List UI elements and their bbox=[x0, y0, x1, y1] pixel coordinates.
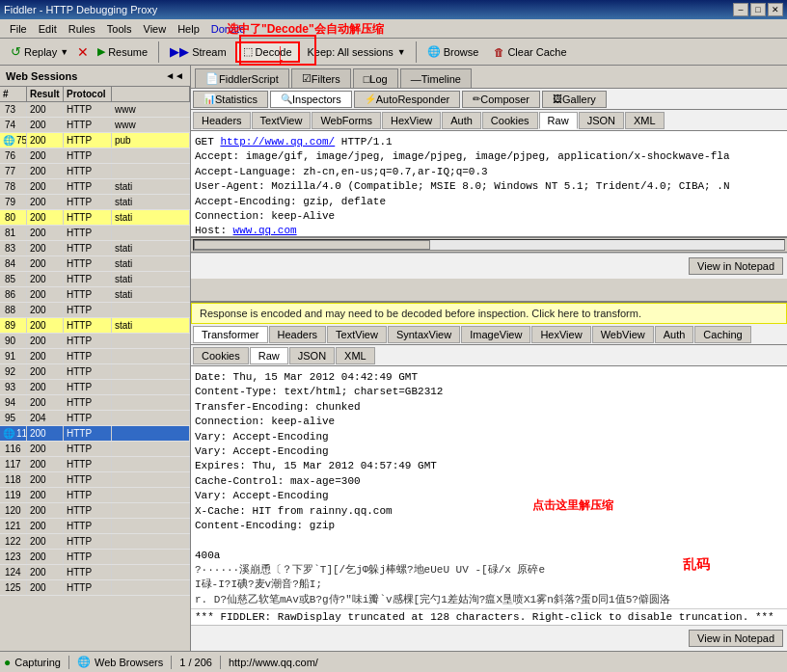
keep-dropdown-icon[interactable]: ▼ bbox=[397, 47, 406, 57]
resp-tab-imageview[interactable]: ImageView bbox=[461, 326, 530, 343]
tab-autoresponder[interactable]: ⚡ AutoResponder bbox=[354, 91, 460, 108]
minimize-button[interactable]: – bbox=[733, 3, 748, 16]
tab-fiddlerscript[interactable]: 📄 FiddlerScript bbox=[195, 68, 289, 88]
table-row[interactable]: 🌐75200HTTPpub bbox=[0, 133, 190, 148]
response-notepad-button[interactable]: View in Notepad bbox=[689, 630, 783, 647]
table-row[interactable]: 84200HTTPstati bbox=[0, 256, 190, 272]
resp-tab-hexview[interactable]: HexView bbox=[531, 326, 590, 343]
req-tab-cookies[interactable]: Cookies bbox=[482, 112, 538, 129]
collapse-button[interactable]: ◄◄ bbox=[165, 70, 184, 81]
table-row[interactable]: 92200HTTP bbox=[0, 364, 190, 380]
warning-bar[interactable]: Response is encoded and may need to be d… bbox=[191, 303, 787, 324]
table-row[interactable]: 119200HTTP bbox=[0, 488, 190, 503]
req-tab-headers[interactable]: Headers bbox=[193, 112, 251, 129]
keep-area: Keep: All sessions ▼ bbox=[302, 46, 412, 58]
req-tab-webforms[interactable]: WebForms bbox=[312, 112, 381, 129]
decode-icon: ⬚ bbox=[243, 45, 253, 58]
resp-tab-transformer[interactable]: Transformer bbox=[193, 326, 268, 343]
req-tab-json[interactable]: JSON bbox=[579, 112, 624, 129]
request-url-link[interactable]: http://www.qq.com/ bbox=[220, 136, 335, 148]
table-row[interactable]: 86200HTTPstati bbox=[0, 287, 190, 303]
table-row[interactable]: 125200HTTP bbox=[0, 580, 190, 596]
tab-statistics[interactable]: 📊 Statistics bbox=[193, 91, 268, 108]
table-row[interactable]: 79200HTTPstati bbox=[0, 195, 190, 210]
table-row[interactable]: 🌐114200HTTP bbox=[0, 426, 190, 442]
table-row[interactable]: 89200HTTPstati bbox=[0, 318, 190, 334]
table-row[interactable]: 117200HTTP bbox=[0, 457, 190, 472]
cell-number: 120 bbox=[0, 503, 27, 518]
resp-tab-syntaxview[interactable]: SyntaxView bbox=[388, 326, 460, 343]
resp-tab-textview[interactable]: TextView bbox=[327, 326, 387, 343]
maximize-button[interactable]: □ bbox=[750, 3, 766, 16]
table-row[interactable]: 88200HTTP bbox=[0, 303, 190, 318]
table-row[interactable]: 77200HTTP bbox=[0, 164, 190, 179]
close-sessions-icon[interactable]: ✕ bbox=[77, 44, 89, 60]
tab-filters[interactable]: ☑ Filters bbox=[291, 68, 351, 88]
menu-edit[interactable]: Edit bbox=[33, 21, 63, 37]
table-row[interactable]: 123200HTTP bbox=[0, 550, 190, 565]
tab-log[interactable]: □ Log bbox=[353, 68, 398, 88]
resp-tab-auth[interactable]: Auth bbox=[655, 326, 694, 343]
tab-composer[interactable]: ✏ Composer bbox=[462, 91, 540, 108]
replay-button[interactable]: ↺ Replay ▼ bbox=[4, 41, 75, 63]
menu-donate[interactable]: Donate bbox=[205, 21, 251, 37]
resp-tab-json[interactable]: JSON bbox=[289, 347, 335, 364]
tab-timeline[interactable]: — Timeline bbox=[400, 68, 472, 88]
table-row[interactable]: 124200HTTP bbox=[0, 565, 190, 580]
menu-file[interactable]: File bbox=[4, 21, 33, 37]
request-host-link[interactable]: www.qq.com bbox=[233, 225, 297, 236]
table-row[interactable]: 91200HTTP bbox=[0, 349, 190, 364]
replay-dropdown-icon[interactable]: ▼ bbox=[60, 47, 68, 57]
table-row[interactable]: 80200HTTPstati bbox=[0, 210, 190, 226]
request-horiz-scrollbar[interactable] bbox=[191, 237, 787, 253]
table-row[interactable]: 76200HTTP bbox=[0, 148, 190, 164]
table-row[interactable]: 118200HTTP bbox=[0, 472, 190, 488]
req-tab-xml[interactable]: XML bbox=[625, 112, 665, 129]
request-notepad-button[interactable]: View in Notepad bbox=[689, 257, 783, 275]
table-row[interactable]: 121200HTTP bbox=[0, 519, 190, 534]
resp-tab-caching[interactable]: Caching bbox=[694, 326, 750, 343]
menu-rules[interactable]: Rules bbox=[63, 21, 101, 37]
resp-tab-cookies[interactable]: Cookies bbox=[193, 347, 249, 364]
resp-tab-headers[interactable]: Headers bbox=[269, 326, 327, 343]
table-row[interactable]: 83200HTTPstati bbox=[0, 241, 190, 256]
col-protocol[interactable]: Protocol bbox=[64, 87, 112, 101]
table-row[interactable]: 95204HTTP bbox=[0, 411, 190, 426]
table-row[interactable]: 85200HTTPstati bbox=[0, 272, 190, 287]
close-button[interactable]: ✕ bbox=[768, 3, 783, 16]
req-tab-raw[interactable]: Raw bbox=[539, 112, 578, 129]
decode-button[interactable]: ⬚ Decode bbox=[235, 41, 300, 63]
resp-tab-raw[interactable]: Raw bbox=[250, 347, 288, 364]
resume-button[interactable]: ▶ Resume bbox=[91, 41, 154, 63]
scroll-thumb[interactable] bbox=[194, 240, 430, 250]
table-row[interactable]: 73200HTTPwww bbox=[0, 102, 190, 118]
req-tab-hexview[interactable]: HexView bbox=[382, 112, 441, 129]
req-tab-auth[interactable]: Auth bbox=[442, 112, 481, 129]
tab-gallery[interactable]: 🖼 Gallery bbox=[542, 91, 607, 108]
resp-tab-xml[interactable]: XML bbox=[336, 347, 375, 364]
clear-cache-button[interactable]: 🗑 Clear Cache bbox=[487, 41, 573, 63]
table-row[interactable]: 90200HTTP bbox=[0, 334, 190, 349]
table-row[interactable]: 78200HTTPstati bbox=[0, 179, 190, 195]
table-row[interactable]: 74200HTTPwww bbox=[0, 118, 190, 133]
col-result[interactable]: Result bbox=[27, 87, 64, 101]
menu-tools[interactable]: Tools bbox=[101, 21, 138, 37]
col-number[interactable]: # bbox=[0, 87, 27, 101]
cell-result: 200 bbox=[27, 472, 64, 487]
table-row[interactable]: 81200HTTP bbox=[0, 226, 190, 241]
table-row[interactable]: 94200HTTP bbox=[0, 395, 190, 411]
table-row[interactable]: 93200HTTP bbox=[0, 380, 190, 395]
browse-button[interactable]: 🌐 Browse bbox=[421, 41, 486, 63]
scroll-track[interactable] bbox=[193, 239, 785, 251]
req-tab-textview[interactable]: TextView bbox=[252, 112, 312, 129]
stream-button[interactable]: ▶▶ Stream bbox=[163, 41, 232, 63]
menu-view[interactable]: View bbox=[138, 21, 173, 37]
tab-inspectors[interactable]: 🔍 Inspectors bbox=[270, 91, 352, 108]
table-row[interactable]: 120200HTTP bbox=[0, 503, 190, 519]
col-host[interactable] bbox=[112, 87, 190, 101]
table-row[interactable]: 122200HTTP bbox=[0, 534, 190, 550]
menu-help[interactable]: Help bbox=[172, 21, 205, 37]
table-row[interactable]: 116200HTTP bbox=[0, 442, 190, 457]
resp-tab-webview[interactable]: WebView bbox=[592, 326, 654, 343]
table-header: # Result Protocol bbox=[0, 87, 190, 102]
